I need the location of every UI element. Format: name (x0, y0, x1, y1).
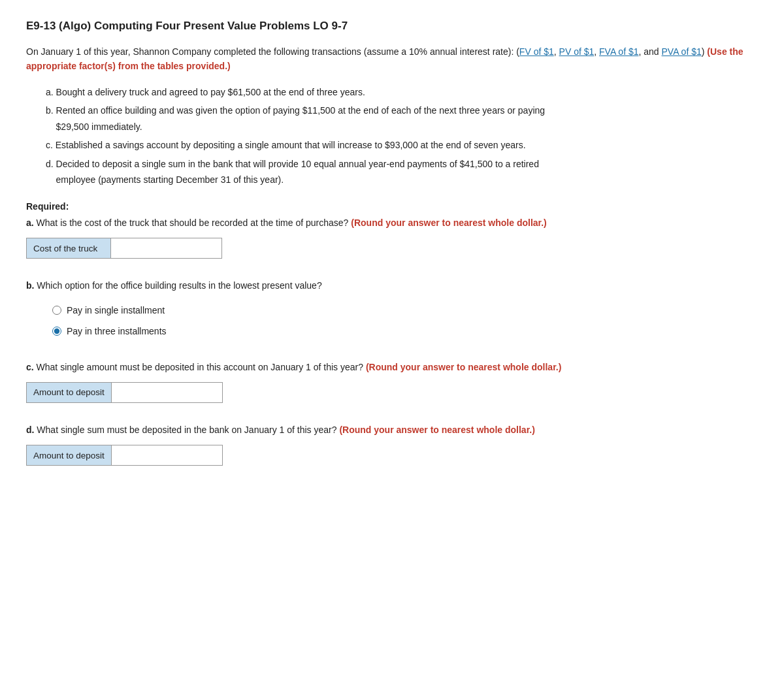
question-b-radio-group: Pay in single installment Pay in three i… (52, 301, 758, 340)
radio-single-label: Pay in single installment (67, 301, 165, 319)
amount-deposit-c-label: Amount to deposit (26, 382, 112, 403)
question-d-text: d. What single sum must be deposited in … (26, 423, 758, 437)
question-d-input-row: Amount to deposit (26, 445, 758, 466)
question-d-block: d. What single sum must be deposited in … (26, 423, 758, 466)
transaction-a: a. Bought a delivery truck and agreed to… (46, 84, 758, 101)
radio-three-label: Pay in three installments (67, 322, 167, 340)
question-a-bold: (Round your answer to nearest whole doll… (351, 218, 547, 228)
radio-option-three[interactable]: Pay in three installments (52, 322, 758, 340)
amount-deposit-d-label: Amount to deposit (26, 445, 112, 466)
question-c-block: c. What single amount must be deposited … (26, 360, 758, 403)
amount-deposit-d-input[interactable] (112, 445, 223, 466)
question-b-text: b. Which option for the office building … (26, 278, 758, 293)
question-c-text: c. What single amount must be deposited … (26, 360, 758, 374)
question-a-text: a. What is the cost of the truck that sh… (26, 216, 758, 230)
radio-option-single[interactable]: Pay in single installment (52, 301, 758, 319)
pv-link[interactable]: PV of $1 (559, 46, 595, 57)
question-a-block: a. What is the cost of the truck that sh… (26, 216, 758, 259)
radio-single-installment[interactable] (52, 306, 61, 315)
cost-truck-input[interactable] (111, 238, 222, 259)
pva-link[interactable]: PVA of $1 (662, 46, 702, 57)
question-b-block: b. Which option for the office building … (26, 278, 758, 340)
radio-three-installments[interactable] (52, 327, 61, 336)
question-a-input-row: Cost of the truck (26, 238, 758, 259)
transaction-d: d. Decided to deposit a single sum in th… (46, 156, 758, 188)
question-c-bold: (Round your answer to nearest whole doll… (366, 362, 562, 372)
question-d-bold: (Round your answer to nearest whole doll… (339, 425, 535, 435)
required-label: Required: (26, 201, 758, 212)
fv-link[interactable]: FV of $1 (519, 46, 554, 57)
transactions-list: a. Bought a delivery truck and agreed to… (46, 84, 758, 188)
cost-truck-label: Cost of the truck (26, 238, 111, 259)
page-title: E9-13 (Algo) Computing Four Present Valu… (26, 20, 758, 33)
intro-paragraph: On January 1 of this year, Shannon Compa… (26, 44, 758, 74)
amount-deposit-c-input[interactable] (112, 382, 223, 403)
transaction-c: c. Established a savings account by depo… (46, 137, 758, 153)
question-c-input-row: Amount to deposit (26, 382, 758, 403)
transaction-b: b. Rented an office building and was giv… (46, 103, 758, 135)
fva-link[interactable]: FVA of $1 (599, 46, 638, 57)
